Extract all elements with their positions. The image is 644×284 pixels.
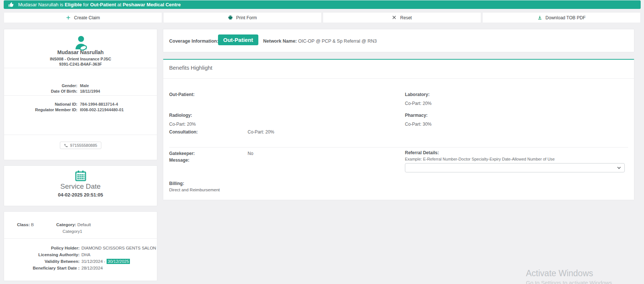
banner-facility: Peshawar Medical Centre xyxy=(123,2,181,7)
out-patient-label: Out-Patient: xyxy=(169,92,195,97)
action-toolbar: Create Claim Print Form Reset Download T… xyxy=(4,12,641,23)
dob-value: 18/11/1994 xyxy=(80,89,157,94)
coverage-information-bar: Coverage Information: Out-Patient Networ… xyxy=(163,29,634,52)
thumbs-up-icon xyxy=(8,2,14,8)
patient-demographics: Gender: Male Date Of Birth: 18/11/1994 xyxy=(4,83,157,94)
divider xyxy=(4,68,157,68)
category-sub-value: Category1 xyxy=(63,229,82,234)
phone-icon xyxy=(64,143,68,148)
patient-insurer: INS008 - Orient Insurance PJSC xyxy=(4,57,157,61)
banner-status: Eligible xyxy=(65,2,82,7)
billing-value: Direct and Reimbursement xyxy=(169,188,220,192)
activate-windows-watermark-line1: Activate Windows xyxy=(526,268,593,278)
phone-number: 971555580885 xyxy=(70,143,97,148)
activate-windows-watermark-line2: Go to Settings to activate Windows. xyxy=(526,280,614,284)
print-form-button[interactable]: Print Form xyxy=(163,12,322,23)
referral-details-select[interactable] xyxy=(405,163,625,172)
eligibility-page: Mudasar Nasrullah is Eligible for Out-Pa… xyxy=(0,0,644,284)
reset-button[interactable]: Reset xyxy=(323,12,481,23)
phone-button[interactable]: 971555580885 xyxy=(60,142,101,149)
service-date-value: 04-02-2025 20:51:05 xyxy=(4,192,157,198)
message-label: Message: xyxy=(169,158,189,163)
validity-end-highlight: 30/12/2025 xyxy=(107,259,130,264)
patient-card: Mudasar Nasrullah INS008 - Orient Insura… xyxy=(4,29,157,160)
coverage-information-label: Coverage Information: xyxy=(169,39,218,44)
policy-holder-label: Policy Holder: xyxy=(4,246,80,251)
beneficiary-start-date-label: Beneficiary Start Date : xyxy=(4,266,80,271)
patient-card-number: 9391-C241-B4AF-363F xyxy=(4,62,157,66)
gender-value: Male xyxy=(80,83,157,88)
gatekeeper-label: Gatekeeper: xyxy=(169,151,195,156)
category-label: Category: xyxy=(56,222,76,227)
licensing-authority-value: DHA xyxy=(81,252,157,257)
download-tob-pdf-button[interactable]: Download TOB PDF xyxy=(482,12,641,23)
coverage-badge: Out-Patient xyxy=(218,34,258,45)
beneficiary-start-date-value: 28/12/2024 xyxy=(81,266,157,271)
referral-details-label: Referral Details: xyxy=(405,150,439,155)
patient-identifiers: National ID: 784-1994-8813714-4 Regulato… xyxy=(4,102,157,112)
dob-label: Date Of Birth: xyxy=(4,89,77,94)
policy-card: Class: B Category: Default Category1 Pol… xyxy=(4,211,157,281)
x-icon xyxy=(392,15,397,20)
referral-select-wrap xyxy=(405,163,625,172)
banner-patient-name: Mudasar Nasrullah xyxy=(18,2,58,7)
banner-coverage: Out-Patient xyxy=(90,2,116,7)
radiology-label: Radiology: xyxy=(169,113,192,118)
network-name-row: Network Name: OIC-OP @ PCP & Sp Referral… xyxy=(263,39,377,44)
network-name-value: OIC-OP @ PCP & Sp Referral @ RN3 xyxy=(298,39,376,44)
national-id-value: 784-1994-8813714-4 xyxy=(80,102,157,107)
pharmacy-value: Co-Part: 30% xyxy=(405,122,432,127)
divider xyxy=(4,238,157,239)
laboratory-value: Co-Part: 20% xyxy=(405,101,432,106)
category-row: Category: Default xyxy=(56,222,91,227)
laboratory-label: Laboratory: xyxy=(405,92,430,97)
validity-between-label: Validity Between: xyxy=(4,259,80,264)
reset-label: Reset xyxy=(400,15,412,20)
regulator-member-id-value: I008-002-121944480-01 xyxy=(80,108,157,112)
print-form-label: Print Form xyxy=(236,15,257,20)
benefits-highlight-panel: Benefits Highlight Out-Patient: Laborato… xyxy=(163,59,634,200)
policy-details: Policy Holder: DIAMOND SCISSORS GENTS SA… xyxy=(4,246,157,271)
patient-name: Mudasar Nasrullah xyxy=(4,49,157,55)
gender-label: Gender: xyxy=(4,83,77,88)
licensing-authority-label: Licensing Authority: xyxy=(4,252,80,257)
divider xyxy=(169,147,628,148)
create-claim-label: Create Claim xyxy=(74,15,100,20)
service-date-title: Service Date xyxy=(4,182,157,191)
consultation-label: Consultation: xyxy=(169,129,198,135)
validity-between-value: 31/12/2024 - 30/12/2025 xyxy=(81,259,157,264)
class-label: Class: xyxy=(17,222,30,227)
banner-text: Mudasar Nasrullah is Eligible for Out-Pa… xyxy=(18,2,181,7)
gatekeeper-value: No xyxy=(248,151,253,156)
radiology-value: Co-Part: 20% xyxy=(169,122,196,127)
network-name-label: Network Name: xyxy=(263,39,297,44)
consultation-value: Co-Part: 20% xyxy=(248,129,274,135)
printer-icon xyxy=(228,15,233,20)
divider xyxy=(163,78,634,79)
policy-holder-value: DIAMOND SCISSORS GENTS SALON xyxy=(81,246,157,251)
create-claim-button[interactable]: Create Claim xyxy=(4,12,162,23)
pharmacy-label: Pharmacy: xyxy=(405,113,427,118)
regulator-member-id-label: Regulator Member ID: xyxy=(4,108,77,112)
billing-label: Billing: xyxy=(169,181,184,186)
national-id-label: National ID: xyxy=(4,102,77,107)
class-row: Class: B xyxy=(17,222,34,227)
divider xyxy=(4,135,157,135)
referral-example-text: Example: E-Referral Number-Doctor Specia… xyxy=(405,157,555,161)
download-icon xyxy=(537,15,542,20)
calendar-icon xyxy=(4,170,157,182)
benefits-highlight-title: Benefits Highlight xyxy=(169,65,212,71)
plus-icon xyxy=(66,15,71,20)
eligibility-banner: Mudasar Nasrullah is Eligible for Out-Pa… xyxy=(4,0,641,9)
category-value: Default xyxy=(77,222,91,227)
class-value: B xyxy=(31,222,34,227)
service-date-card: Service Date 04-02-2025 20:51:05 xyxy=(4,165,157,206)
divider xyxy=(4,95,157,96)
download-tob-pdf-label: Download TOB PDF xyxy=(546,15,586,20)
